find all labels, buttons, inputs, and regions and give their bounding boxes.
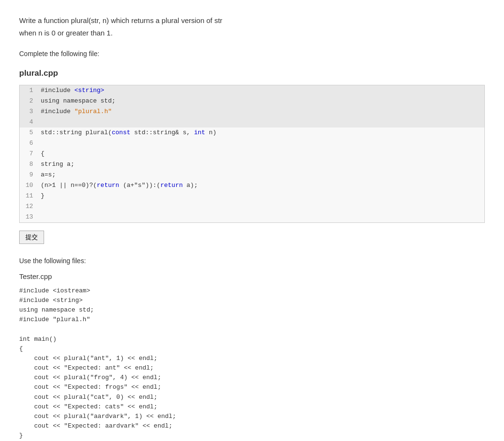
description-line1: Write a function plural(str, n) which re… [19, 16, 222, 24]
line-number: 11 [20, 191, 39, 201]
line-number: 2 [20, 96, 39, 106]
line-number: 3 [20, 106, 39, 117]
line-number: 6 [20, 138, 39, 149]
line-number: 7 [20, 149, 39, 159]
code-token: int [194, 129, 205, 136]
code-token: <string> [74, 87, 104, 94]
code-line: 10(n>1 || n==0)?(return (a+"s")):(return… [20, 180, 484, 191]
code-editor[interactable]: 1#include <string>2using namespace std;3… [19, 85, 485, 223]
code-line: 5std::string plural(const std::string& s… [20, 128, 484, 138]
line-content[interactable]: (n>1 || n==0)?(return (a+"s")):(return a… [39, 180, 200, 191]
tester-code: #include <iostream> #include <string> us… [19, 286, 485, 441]
line-number: 5 [20, 128, 39, 138]
line-number: 4 [20, 117, 39, 128]
line-number: 8 [20, 159, 39, 170]
complete-label: Complete the following file: [19, 48, 485, 59]
description-line2: when n is 0 or greater than 1. [19, 29, 113, 37]
code-line: 3#include "plural.h" [20, 106, 484, 117]
section2-label: Use the following files: [19, 255, 485, 266]
code-line: 6 [20, 138, 484, 149]
code-token: return [160, 182, 183, 189]
file-title: plural.cpp [19, 67, 485, 80]
code-line: 11} [20, 191, 484, 201]
code-line: 1#include <string> [20, 85, 484, 96]
code-line: 7{ [20, 149, 484, 159]
line-number: 1 [20, 85, 39, 96]
line-number: 13 [20, 212, 39, 222]
code-line: 13 [20, 212, 484, 222]
code-line: 2using namespace std; [20, 96, 484, 106]
code-token: return [97, 182, 119, 189]
line-number: 9 [20, 170, 39, 180]
line-content[interactable]: { [39, 149, 46, 159]
submit-button[interactable]: 提交 [19, 231, 44, 244]
code-token: "plural.h" [74, 108, 112, 115]
tester-title: Tester.cpp [19, 271, 485, 282]
code-line: 9a=s; [20, 170, 484, 180]
description: Write a function plural(str, n) which re… [19, 14, 485, 39]
line-content[interactable]: using namespace std; [39, 96, 117, 106]
line-content[interactable]: #include "plural.h" [39, 106, 114, 117]
line-content[interactable]: a=s; [39, 170, 57, 180]
line-content[interactable]: string a; [39, 159, 76, 170]
line-number: 10 [20, 180, 39, 191]
line-number: 12 [20, 201, 39, 212]
code-line: 12 [20, 201, 484, 212]
code-line: 8string a; [20, 159, 484, 170]
code-line: 4 [20, 117, 484, 128]
line-content[interactable]: #include <string> [39, 85, 106, 96]
code-token: const [112, 129, 130, 136]
line-content[interactable]: } [39, 191, 46, 201]
line-content[interactable]: std::string plural(const std::string& s,… [39, 128, 218, 138]
